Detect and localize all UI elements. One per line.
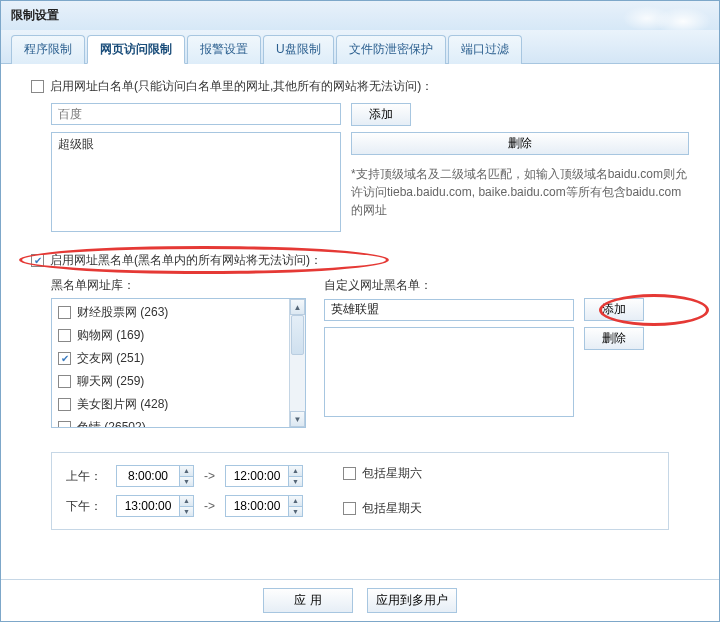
titlebar: 限制设置 [1, 1, 719, 30]
tab-web-access-limit[interactable]: 网页访问限制 [87, 35, 185, 64]
settings-window: 限制设置 程序限制 网页访问限制 报警设置 U盘限制 文件防泄密保护 端口过滤 … [0, 0, 720, 622]
spinner-down-icon[interactable]: ▼ [289, 507, 302, 517]
list-item[interactable]: 交友网 (251) [52, 347, 289, 370]
am-start-spinner[interactable]: ▲▼ [116, 465, 194, 487]
spinner-down-icon[interactable]: ▼ [180, 477, 193, 487]
whitelist-delete-button[interactable]: 删除 [351, 132, 689, 155]
whitelist-enable-row: 启用网址白名单(只能访问白名单里的网址,其他所有的网站将无法访问)： [31, 78, 689, 95]
list-item[interactable]: 美女图片网 (428) [52, 393, 289, 416]
pm-end-input[interactable] [226, 496, 288, 516]
blacklist-enable-row: 启用网址黑名单(黑名单内的所有网站将无法访问)： [31, 252, 689, 269]
spinner-up-icon[interactable]: ▲ [289, 496, 302, 507]
blacklist-library-scrollarea: 财经股票网 (263) 购物网 (169) 交友网 (251) 聊天网 (259… [52, 299, 289, 427]
blacklist-custom-column: 自定义网址黑名单： 添加 删除 [324, 277, 689, 428]
am-label: 上午： [66, 468, 106, 485]
whitelist-enable-label: 启用网址白名单(只能访问白名单里的网址,其他所有的网站将无法访问)： [50, 78, 433, 95]
list-item-label: 超级眼 [58, 136, 94, 153]
am-end-input[interactable] [226, 466, 288, 486]
blacklist-custom-list-row: 删除 [324, 327, 689, 417]
arrow-sep: -> [204, 499, 215, 513]
tab-bar: 程序限制 网页访问限制 报警设置 U盘限制 文件防泄密保护 端口过滤 [1, 30, 719, 64]
titlebar-cloud-decoration [599, 1, 719, 30]
list-item[interactable]: 财经股票网 (263) [52, 301, 289, 324]
schedule-include-column: 包括星期六 包括星期天 [343, 465, 422, 517]
blacklist-section: 启用网址黑名单(黑名单内的所有网站将无法访问)： 黑名单网址库： 财经股票网 (… [31, 252, 689, 428]
include-sun-checkbox[interactable] [343, 502, 356, 515]
spinner-up-icon[interactable]: ▲ [180, 496, 193, 507]
schedule-section: 上午： ▲▼ -> ▲▼ 下午： [51, 452, 669, 530]
whitelist-enable-checkbox[interactable] [31, 80, 44, 93]
spinner-up-icon[interactable]: ▲ [289, 466, 302, 477]
item-checkbox[interactable] [58, 421, 71, 427]
item-checkbox[interactable] [58, 398, 71, 411]
item-checkbox[interactable] [58, 329, 71, 342]
tab-file-leak-protection[interactable]: 文件防泄密保护 [336, 35, 446, 64]
tab-body: 启用网址白名单(只能访问白名单里的网址,其他所有的网站将无法访问)： 添加 超级… [1, 64, 719, 579]
item-checkbox[interactable] [58, 375, 71, 388]
item-label: 聊天网 (259) [77, 373, 144, 390]
footer-bar: 应 用 应用到多用户 [1, 579, 719, 621]
scroll-thumb[interactable] [291, 315, 304, 355]
scroll-down-icon[interactable]: ▼ [290, 411, 305, 427]
include-sun-row: 包括星期天 [343, 500, 422, 517]
item-label: 交友网 (251) [77, 350, 144, 367]
include-sun-label: 包括星期天 [362, 500, 422, 517]
spinner-up-icon[interactable]: ▲ [180, 466, 193, 477]
list-item[interactable]: 聊天网 (259) [52, 370, 289, 393]
item-label: 财经股票网 (263) [77, 304, 168, 321]
whitelist-list-row: 超级眼 删除 *支持顶级域名及二级域名匹配，如输入顶级域名baidu.com则允… [51, 132, 689, 232]
pm-label: 下午： [66, 498, 106, 515]
blacklist-library-listbox[interactable]: 财经股票网 (263) 购物网 (169) 交友网 (251) 聊天网 (259… [51, 298, 306, 428]
blacklist-library-column: 黑名单网址库： 财经股票网 (263) 购物网 (169) 交友网 (251) … [51, 277, 306, 428]
tab-program-limit[interactable]: 程序限制 [11, 35, 85, 64]
item-checkbox[interactable] [58, 352, 71, 365]
item-label: 购物网 (169) [77, 327, 144, 344]
arrow-sep: -> [204, 469, 215, 483]
include-sat-row: 包括星期六 [343, 465, 422, 482]
am-start-input[interactable] [117, 466, 179, 486]
scrollbar[interactable]: ▲ ▼ [289, 299, 305, 427]
whitelist-listbox[interactable]: 超级眼 [51, 132, 341, 232]
pm-start-input[interactable] [117, 496, 179, 516]
tab-alarm-settings[interactable]: 报警设置 [187, 35, 261, 64]
pm-row: 下午： ▲▼ -> ▲▼ [66, 495, 303, 517]
blacklist-custom-listbox[interactable] [324, 327, 574, 417]
item-label: 美女图片网 (428) [77, 396, 168, 413]
blacklist-custom-label: 自定义网址黑名单： [324, 277, 689, 294]
include-sat-checkbox[interactable] [343, 467, 356, 480]
blacklist-columns: 黑名单网址库： 财经股票网 (263) 购物网 (169) 交友网 (251) … [51, 277, 689, 428]
blacklist-enable-checkbox[interactable] [31, 254, 44, 267]
tab-usb-limit[interactable]: U盘限制 [263, 35, 334, 64]
item-label: 色情 (26502) [77, 419, 146, 427]
item-checkbox[interactable] [58, 306, 71, 319]
blacklist-custom-input-row: 添加 [324, 298, 689, 321]
schedule-times-column: 上午： ▲▼ -> ▲▼ 下午： [66, 465, 303, 517]
pm-start-spinner[interactable]: ▲▼ [116, 495, 194, 517]
scroll-up-icon[interactable]: ▲ [290, 299, 305, 315]
include-sat-label: 包括星期六 [362, 465, 422, 482]
whitelist-url-input[interactable] [51, 103, 341, 125]
tab-port-filter[interactable]: 端口过滤 [448, 35, 522, 64]
blacklist-enable-label: 启用网址黑名单(黑名单内的所有网站将无法访问)： [50, 252, 322, 269]
whitelist-add-button[interactable]: 添加 [351, 103, 411, 126]
am-end-spinner[interactable]: ▲▼ [225, 465, 303, 487]
spinner-down-icon[interactable]: ▼ [180, 507, 193, 517]
list-item[interactable]: 购物网 (169) [52, 324, 289, 347]
apply-multi-button[interactable]: 应用到多用户 [367, 588, 457, 613]
blacklist-library-label: 黑名单网址库： [51, 277, 306, 294]
window-title: 限制设置 [11, 8, 59, 22]
apply-button[interactable]: 应 用 [263, 588, 353, 613]
blacklist-custom-input[interactable] [324, 299, 574, 321]
whitelist-input-row: 添加 [51, 103, 689, 126]
pm-end-spinner[interactable]: ▲▼ [225, 495, 303, 517]
blacklist-delete-button[interactable]: 删除 [584, 327, 644, 350]
list-item[interactable]: 色情 (26502) [52, 416, 289, 427]
scroll-track[interactable] [290, 315, 305, 411]
whitelist-hint: *支持顶级域名及二级域名匹配，如输入顶级域名baidu.com则允许访问tieb… [351, 165, 689, 219]
spinner-down-icon[interactable]: ▼ [289, 477, 302, 487]
blacklist-add-button[interactable]: 添加 [584, 298, 644, 321]
am-row: 上午： ▲▼ -> ▲▼ [66, 465, 303, 487]
list-item[interactable]: 超级眼 [52, 133, 340, 156]
